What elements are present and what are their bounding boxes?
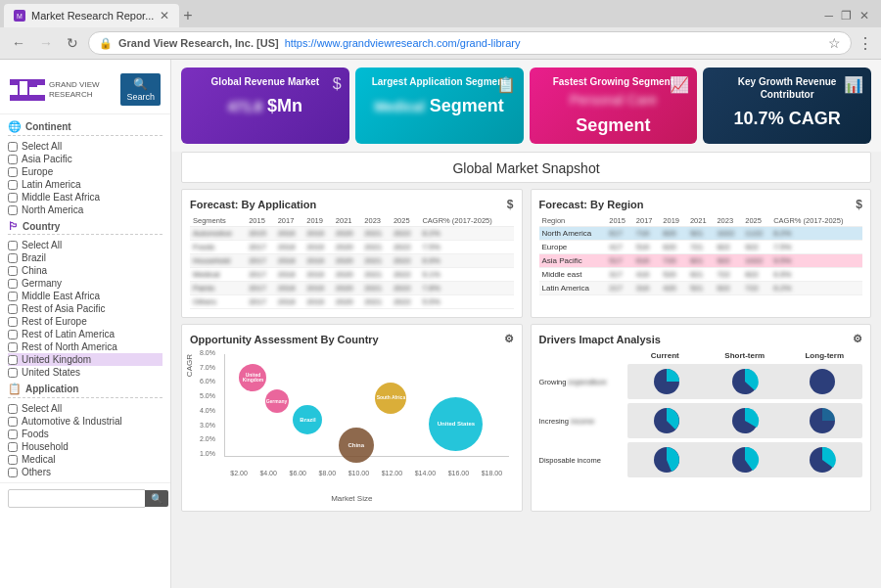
card-4-value: 10.7% CAGR (713, 109, 861, 129)
app-automotive-checkbox[interactable] (8, 417, 18, 427)
flag-icon: 🏳 (8, 220, 19, 232)
col-2021: 2021 (333, 215, 362, 227)
app-select-all[interactable]: Select All (8, 402, 162, 415)
country-brazil[interactable]: Brazil (8, 251, 162, 264)
country-united-kingdom-checkbox[interactable] (8, 355, 18, 365)
country-rest-asia-checkbox[interactable] (8, 304, 18, 314)
card-3-blurred-value: Personal Care (539, 92, 688, 108)
driver-label-2: Incresing income (539, 417, 627, 426)
app-automotive[interactable]: Automotive & Industrial (8, 415, 162, 428)
country-germany-checkbox[interactable] (8, 279, 18, 289)
table-row: Asia Pacific 517 616 720 821 922 1022 9.… (539, 254, 863, 268)
country-middle-east-africa[interactable]: Middle East Africa (8, 290, 162, 302)
col-2025: 2025 (391, 215, 420, 227)
new-tab-button[interactable]: + (183, 7, 192, 24)
country-rest-north[interactable]: Rest of North America (8, 340, 162, 353)
sidebar-search[interactable]: 🔍 (0, 482, 170, 508)
table-row: Automotive 2015 2016 2019 2020 2021 2022… (190, 227, 514, 241)
sidebar-search-button[interactable]: 🔍 (145, 490, 168, 507)
forecast-region-table: Region 2015 2017 2019 2021 2023 2025 CAG… (539, 215, 863, 295)
sidebar-search-input[interactable] (8, 489, 146, 508)
back-button[interactable]: ← (8, 33, 29, 53)
tab-close-button[interactable]: ✕ (160, 9, 169, 23)
row-label: North America (539, 227, 607, 241)
active-tab[interactable]: M Market Research Repor... ✕ (4, 4, 179, 27)
continent-middle-east-africa[interactable]: Middle East Africa (8, 191, 162, 204)
browser-menu-button[interactable]: ⋮ (858, 34, 873, 53)
global-revenue-card: Global Revenue Market $ 471.8 $Mn (181, 68, 349, 144)
application-filter: 📋 Application Select All Automotive & In… (0, 383, 170, 478)
continent-asia-pacific[interactable]: Asia Pacific (8, 153, 162, 165)
drivers-settings-icon[interactable]: ⚙ (853, 333, 862, 345)
restore-button[interactable]: ❐ (841, 9, 852, 23)
app-select-all-checkbox[interactable] (8, 404, 18, 414)
top-search-button[interactable]: 🔍 Search (120, 73, 161, 106)
country-rest-latin[interactable]: Rest of Latin America (8, 328, 162, 340)
continent-select-all-checkbox[interactable] (8, 142, 18, 152)
country-rest-north-checkbox[interactable] (8, 342, 18, 352)
app-household-checkbox[interactable] (8, 442, 18, 452)
country-filter-title: 🏳 Country (8, 220, 162, 235)
svg-rect-1 (20, 81, 27, 95)
bookmark-icon[interactable]: ☆ (828, 35, 841, 51)
country-rest-europe-checkbox[interactable] (8, 317, 18, 327)
url-bar[interactable]: 🔒 Grand View Research, Inc. [US] https:/… (88, 31, 852, 55)
forward-button[interactable]: → (35, 33, 57, 53)
country-middle-east-africa-checkbox[interactable] (8, 292, 18, 301)
bubble-germany: Germany (265, 389, 289, 413)
continent-latin-america[interactable]: Latin America (8, 178, 162, 191)
col-2017: 2017 (275, 215, 304, 227)
country-rest-europe[interactable]: Rest of Europe (8, 315, 162, 328)
continent-europe-checkbox[interactable] (8, 167, 18, 177)
card-1-title: Global Revenue Market (191, 75, 340, 88)
app-medical[interactable]: Medical (8, 453, 162, 466)
country-rest-asia[interactable]: Rest of Asia Pacific (8, 302, 162, 315)
close-button[interactable]: ✕ (859, 9, 869, 23)
country-germany[interactable]: Germany (8, 277, 162, 290)
continent-asia-pacific-checkbox[interactable] (8, 155, 18, 164)
continent-north-america[interactable]: North America (8, 204, 162, 216)
refresh-button[interactable]: ↻ (63, 33, 82, 53)
x-axis: $2.00 $4.00 $6.00 $8.00 $10.00 $12.00 $1… (224, 470, 509, 476)
country-rest-latin-checkbox[interactable] (8, 330, 18, 339)
opportunity-settings-icon[interactable]: ⚙ (504, 333, 514, 345)
country-united-kingdom[interactable]: United Kingdom (8, 353, 162, 366)
app-household[interactable]: Household (8, 440, 162, 453)
country-united-states[interactable]: United States (8, 366, 162, 379)
continent-north-america-checkbox[interactable] (8, 205, 18, 215)
app-others[interactable]: Others (8, 466, 162, 478)
card-1-blurred-value: 471.8 (228, 99, 262, 114)
opportunity-chart: Opportunity Assessment By Country ⚙ 8.0%… (181, 324, 523, 512)
sidebar: GRAND VIEW RESEARCH 🔍 Search 🌐 Continent… (0, 60, 171, 588)
country-brazil-checkbox[interactable] (8, 253, 18, 263)
app-others-checkbox[interactable] (8, 468, 18, 477)
y-axis: 8.0% 7.0% 6.0% 5.0% 4.0% 3.0% 2.0% 1.0% (190, 349, 219, 457)
driver-cell-2-current (630, 406, 705, 435)
card-2-blurred-value: Medical (374, 99, 424, 114)
app-foods-checkbox[interactable] (8, 430, 18, 439)
continent-middle-east-africa-checkbox[interactable] (8, 193, 18, 203)
app-medical-checkbox[interactable] (8, 455, 18, 465)
country-select-all[interactable]: Select All (8, 239, 162, 251)
continent-filter-title: 🌐 Continent (8, 120, 162, 136)
country-china[interactable]: China (8, 264, 162, 277)
driver-cell-3-short (708, 445, 782, 475)
logo-icon (10, 79, 45, 101)
country-united-states-checkbox[interactable] (8, 368, 18, 378)
continent-select-all[interactable]: Select All (8, 140, 162, 153)
security-icon: 🔒 (99, 37, 113, 50)
table-row: Foods 2017 2018 2019 2020 2021 2022 7.5% (190, 241, 514, 254)
minimize-button[interactable]: ─ (824, 9, 833, 23)
country-select-all-checkbox[interactable] (8, 241, 18, 250)
pie-current-1 (652, 367, 681, 396)
pie-short-2 (730, 406, 760, 435)
row-label: Automotive (190, 227, 246, 241)
continent-europe[interactable]: Europe (8, 165, 162, 178)
col-long-term: Long-term (787, 351, 863, 360)
dollar-chart-icon-2: $ (856, 198, 862, 211)
app-foods[interactable]: Foods (8, 428, 162, 440)
continent-latin-america-checkbox[interactable] (8, 180, 18, 190)
table-row: Latin America 217 316 420 521 622 722 6.… (539, 282, 863, 295)
country-china-checkbox[interactable] (8, 266, 18, 276)
application-filter-title: 📋 Application (8, 383, 162, 398)
